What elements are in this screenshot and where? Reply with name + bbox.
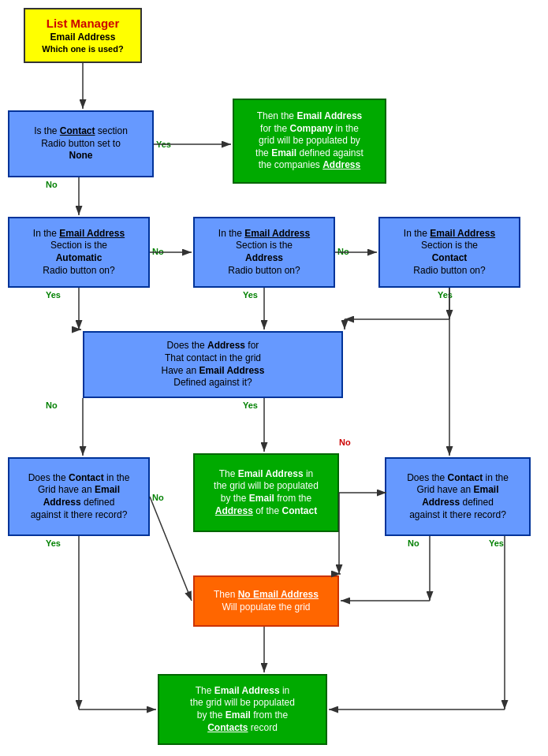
label-no-contact-left: No: [152, 493, 164, 502]
start-node: List Manager Email Address Which one is …: [24, 8, 142, 63]
label-no-addr-exists: No: [46, 400, 58, 410]
q1-node: Is the Contact sectionRadio button set t…: [8, 110, 154, 177]
label-yes-contact-right: Yes: [489, 538, 504, 548]
flowchart: List Manager Email Address Which one is …: [0, 0, 548, 756]
res-company-node: Then the Email Addressfor the Company in…: [233, 99, 386, 184]
res-addr-email-node: The Email Address inthe grid will be pop…: [193, 453, 339, 532]
label-yes-addr: Yes: [243, 290, 258, 300]
label-yes-addr-exists: Yes: [243, 400, 258, 410]
label-no-addr: No: [337, 247, 349, 256]
svg-line-18: [150, 497, 192, 601]
label-no-addr-email: No: [339, 438, 351, 447]
label-no-auto: No: [152, 247, 164, 256]
q-contact-email-right-node: Does the Contact in theGrid have an Emai…: [385, 457, 531, 536]
q-addr-exists-node: Does the Address forThat contact in the …: [83, 331, 343, 398]
label-yes-contact-radio: Yes: [438, 290, 453, 300]
q-auto-node: In the Email AddressSection is theAutoma…: [8, 217, 150, 288]
res-contact-email-node: The Email Address inthe grid will be pop…: [158, 674, 327, 745]
label-no1: No: [46, 180, 58, 189]
label-no-contact-right: No: [408, 538, 419, 548]
label-yes-contact-left: Yes: [46, 538, 61, 548]
q-contact-radio-node: In the Email AddressSection is theContac…: [378, 217, 520, 288]
q-address-node: In the Email AddressSection is theAddres…: [193, 217, 335, 288]
label-yes1: Yes: [156, 140, 171, 149]
res-no-email-node: Then No Email AddressWill populate the g…: [193, 575, 339, 627]
label-yes-auto: Yes: [46, 290, 61, 300]
q-contact-email-left-node: Does the Contact in theGrid have an Emai…: [8, 457, 150, 536]
